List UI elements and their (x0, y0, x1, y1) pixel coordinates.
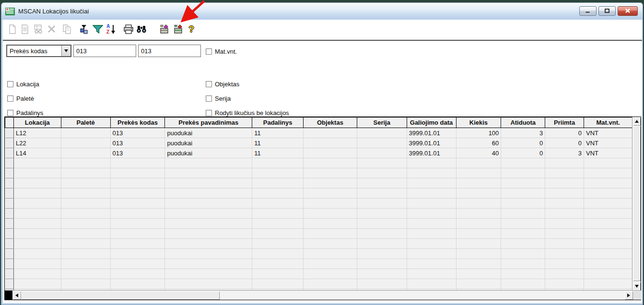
checkbox-box[interactable] (206, 95, 212, 102)
column-header[interactable]: Galiojimo data (407, 117, 456, 128)
table-cell (357, 138, 407, 148)
checkbox-box[interactable] (206, 81, 212, 87)
row-selector-cell[interactable] (5, 138, 14, 148)
table-row[interactable]: L12013puodukai113999.01.0110030VNT (5, 128, 632, 138)
table-cell (501, 178, 545, 188)
vertical-scroll-thumb[interactable] (633, 126, 640, 281)
filter-field-selector[interactable]: Prekės kodas (6, 45, 71, 57)
table-cell (501, 279, 545, 289)
table-cell (545, 279, 584, 289)
row-selector-cell (5, 269, 14, 279)
checkbox-box[interactable] (206, 110, 212, 116)
table-cell (501, 239, 545, 249)
filter-from-input[interactable] (73, 45, 136, 57)
row-selector-cell (5, 229, 14, 239)
table-cell (304, 229, 357, 239)
checkbox-objektas: Objektas (206, 81, 239, 88)
chevron-down-icon[interactable] (61, 46, 70, 56)
new-record-icon (7, 23, 18, 35)
table-cell (165, 249, 252, 259)
close-button[interactable] (618, 6, 638, 16)
table-cell (357, 229, 407, 239)
column-header[interactable]: Atiduota (501, 117, 545, 128)
checkbox-palete: Paletė (7, 95, 34, 102)
table-cell: L22 (13, 138, 61, 148)
delete-record-icon (46, 23, 58, 35)
table-cell (501, 209, 545, 219)
checkbox-box[interactable] (7, 95, 13, 102)
table-cell (357, 239, 407, 249)
column-header[interactable]: Mat.vnt. (584, 117, 632, 128)
column-header[interactable]: Padalinys (252, 117, 304, 128)
checkbox-rodyti-likucius: Rodyti likučius be lokacijos (206, 109, 289, 117)
table-cell (584, 168, 632, 178)
column-header[interactable]: Objektas (304, 117, 357, 128)
table-cell (357, 148, 407, 158)
vertical-scrollbar[interactable] (632, 117, 641, 291)
row-selector-cell (5, 259, 14, 269)
help-icon[interactable]: ? (186, 23, 197, 35)
horizontal-scroll-thumb[interactable] (21, 291, 219, 299)
table-cell (61, 148, 110, 158)
empty-row (5, 279, 632, 289)
row-selector-cell (5, 199, 14, 209)
horizontal-scrollbar[interactable] (5, 290, 642, 300)
table-cell (61, 168, 110, 178)
column-header[interactable]: Serija (357, 117, 407, 128)
table-cell (61, 138, 110, 148)
table-cell (545, 209, 584, 219)
column-header[interactable]: Prekės kodas (110, 117, 165, 128)
table-cell (110, 259, 165, 269)
table-cell (252, 269, 304, 279)
row-selector-cell[interactable] (5, 128, 14, 138)
table-cell (252, 199, 304, 209)
window-controls (579, 6, 638, 16)
add-wizard-red-icon[interactable] (172, 23, 184, 35)
column-header[interactable]: Prekės pavadinimas (165, 117, 252, 128)
table-cell (545, 219, 584, 229)
row-selector-cell[interactable] (5, 148, 14, 158)
column-header[interactable]: Paletė (61, 117, 110, 128)
filter-to-input[interactable] (138, 45, 201, 57)
edit-record-icon (19, 23, 31, 35)
table-cell (456, 249, 501, 259)
empty-row (5, 219, 632, 229)
scroll-up-button[interactable] (633, 117, 640, 125)
table-cell (13, 168, 61, 178)
empty-row (5, 199, 632, 209)
scroll-down-button[interactable] (633, 282, 640, 290)
view-record-icon (33, 23, 44, 35)
table-cell (304, 279, 357, 289)
table-cell (110, 209, 165, 219)
minimize-button[interactable] (579, 6, 597, 16)
filter-icon[interactable] (92, 23, 104, 35)
table-cell: puodukai (165, 148, 252, 158)
table-cell (61, 178, 110, 188)
table-cell (456, 178, 501, 188)
table-row[interactable]: L14013puodukai113999.01.014003VNT (5, 148, 632, 158)
checkbox-box[interactable] (7, 81, 13, 87)
sort-az-icon[interactable]: A Z (105, 23, 117, 35)
scroll-left-button[interactable] (13, 291, 21, 299)
table-cell (584, 249, 632, 259)
table-cell: VNT (584, 128, 632, 138)
empty-row (5, 178, 632, 188)
column-header[interactable]: Kiekis (456, 117, 501, 128)
print-icon[interactable] (123, 23, 134, 35)
column-header[interactable]: Priimta (545, 117, 584, 128)
table-cell: 0 (501, 138, 545, 148)
column-header[interactable]: Lokacija (13, 117, 61, 128)
scroll-right-button[interactable] (625, 291, 632, 299)
group-filter-icon[interactable] (79, 23, 90, 35)
checkbox-box[interactable] (7, 110, 13, 116)
table-row[interactable]: L22013puodukai113999.01.016000VNT (5, 138, 632, 148)
maximize-button[interactable] (598, 6, 616, 16)
table-cell (407, 188, 456, 199)
table-cell (252, 229, 304, 239)
table-cell (584, 209, 632, 219)
table-cell (61, 279, 110, 289)
find-icon[interactable] (136, 23, 147, 35)
checkbox-box[interactable] (206, 48, 212, 55)
add-wizard-magenta-icon[interactable] (158, 23, 170, 35)
table-cell (456, 229, 501, 239)
